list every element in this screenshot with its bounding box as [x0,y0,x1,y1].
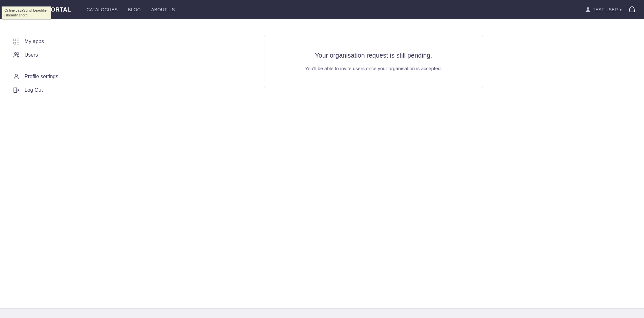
footer [0,308,644,318]
sidebar-item-log-out[interactable]: Log Out [13,83,90,97]
sidebar: My apps Users Profile settings [0,19,103,308]
brand-title: DEVELOPER PORTAL [8,6,71,13]
nav-catalogues[interactable]: CATALOGUES [87,7,118,12]
svg-rect-1 [17,39,19,41]
content-area: Your organisation request is still pendi… [103,19,644,308]
nav-about-us[interactable]: ABOUT US [151,7,175,12]
pending-card: Your organisation request is still pendi… [264,35,483,88]
navbar: DEVELOPER PORTAL CATALOGUES BLOG ABOUT U… [0,0,644,19]
sidebar-divider [13,66,90,66]
grid-icon [13,38,20,45]
user-menu[interactable]: TEST USER ▾ [585,7,621,13]
sidebar-item-users[interactable]: Users [13,48,90,62]
main-content: My apps Users Profile settings [0,19,644,308]
user-label: TEST USER [593,7,618,12]
sidebar-profile-settings-label: Profile settings [24,74,58,80]
person-icon [13,73,20,80]
nav-links: CATALOGUES BLOG ABOUT US [87,7,585,12]
svg-point-4 [14,52,16,54]
svg-point-5 [17,53,19,55]
sidebar-item-my-apps[interactable]: My apps [13,35,90,48]
user-icon [585,7,591,13]
nav-blog[interactable]: BLOG [128,7,141,12]
svg-rect-2 [14,42,16,44]
logout-icon [13,87,20,94]
svg-rect-0 [14,39,16,41]
sidebar-item-profile-settings[interactable]: Profile settings [13,70,90,83]
sidebar-log-out-label: Log Out [24,87,43,93]
sidebar-users-label: Users [24,52,38,58]
users-icon [13,51,20,59]
svg-point-6 [15,74,17,77]
svg-rect-3 [17,42,19,44]
navbar-right: TEST USER ▾ [585,5,636,14]
chevron-down-icon: ▾ [620,8,621,12]
cart-icon[interactable] [628,5,636,14]
sidebar-my-apps-label: My apps [24,39,44,44]
pending-title: Your organisation request is still pendi… [290,52,457,59]
pending-subtitle: You'll be able to invite users once your… [290,66,457,71]
